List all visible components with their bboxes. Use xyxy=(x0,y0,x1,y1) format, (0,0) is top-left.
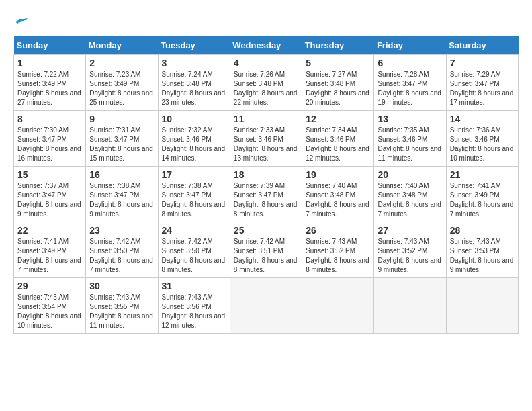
day-info: Sunrise: 7:40 AM Sunset: 3:48 PM Dayligh… xyxy=(306,181,370,219)
calendar-cell: 29 Sunrise: 7:43 AM Sunset: 3:54 PM Dayl… xyxy=(14,278,86,334)
calendar-cell: 21 Sunrise: 7:41 AM Sunset: 3:49 PM Dayl… xyxy=(446,167,518,222)
day-number: 2 xyxy=(89,58,154,68)
logo-text xyxy=(13,13,30,30)
calendar-cell xyxy=(302,278,374,334)
calendar-cell: 15 Sunrise: 7:37 AM Sunset: 3:47 PM Dayl… xyxy=(14,167,86,222)
day-number: 19 xyxy=(306,169,370,180)
calendar-cell: 1 Sunrise: 7:22 AM Sunset: 3:49 PM Dayli… xyxy=(14,55,86,111)
calendar-cell: 9 Sunrise: 7:31 AM Sunset: 3:47 PM Dayli… xyxy=(86,111,158,167)
calendar-cell: 6 Sunrise: 7:28 AM Sunset: 3:47 PM Dayli… xyxy=(374,55,446,111)
day-info: Sunrise: 7:24 AM Sunset: 3:48 PM Dayligh… xyxy=(162,70,226,107)
day-number: 26 xyxy=(306,225,370,236)
calendar-cell: 30 Sunrise: 7:43 AM Sunset: 3:55 PM Dayl… xyxy=(86,278,158,334)
day-number: 13 xyxy=(378,113,442,124)
day-number: 31 xyxy=(162,281,226,291)
calendar-cell xyxy=(374,278,446,334)
calendar-cell: 14 Sunrise: 7:36 AM Sunset: 3:46 PM Dayl… xyxy=(446,111,518,167)
calendar-cell: 8 Sunrise: 7:30 AM Sunset: 3:47 PM Dayli… xyxy=(14,111,86,167)
day-number: 27 xyxy=(378,225,442,236)
day-number: 1 xyxy=(17,58,82,68)
day-number: 5 xyxy=(306,58,370,68)
calendar-cell: 23 Sunrise: 7:42 AM Sunset: 3:50 PM Dayl… xyxy=(86,222,158,278)
day-info: Sunrise: 7:34 AM Sunset: 3:46 PM Dayligh… xyxy=(306,126,370,163)
day-info: Sunrise: 7:36 AM Sunset: 3:46 PM Dayligh… xyxy=(450,126,515,163)
day-number: 9 xyxy=(89,113,154,124)
day-of-week-friday: Friday xyxy=(374,36,446,55)
day-number: 22 xyxy=(17,225,82,236)
day-info: Sunrise: 7:33 AM Sunset: 3:46 PM Dayligh… xyxy=(234,126,298,163)
day-of-week-monday: Monday xyxy=(86,36,158,55)
calendar-cell xyxy=(230,278,302,334)
logo xyxy=(13,13,30,30)
calendar-cell: 10 Sunrise: 7:32 AM Sunset: 3:46 PM Dayl… xyxy=(158,111,230,167)
day-number: 23 xyxy=(89,225,154,236)
day-number: 20 xyxy=(378,169,442,180)
day-info: Sunrise: 7:43 AM Sunset: 3:52 PM Dayligh… xyxy=(306,237,370,275)
day-info: Sunrise: 7:26 AM Sunset: 3:48 PM Dayligh… xyxy=(234,70,298,107)
day-number: 11 xyxy=(234,113,298,124)
day-info: Sunrise: 7:29 AM Sunset: 3:47 PM Dayligh… xyxy=(450,70,515,107)
calendar-cell: 3 Sunrise: 7:24 AM Sunset: 3:48 PM Dayli… xyxy=(158,55,230,111)
day-number: 21 xyxy=(450,169,515,180)
day-info: Sunrise: 7:43 AM Sunset: 3:55 PM Dayligh… xyxy=(89,293,154,330)
calendar-cell: 17 Sunrise: 7:38 AM Sunset: 3:47 PM Dayl… xyxy=(158,167,230,222)
day-number: 8 xyxy=(17,113,82,124)
calendar-cell: 28 Sunrise: 7:43 AM Sunset: 3:53 PM Dayl… xyxy=(446,222,518,278)
day-info: Sunrise: 7:38 AM Sunset: 3:47 PM Dayligh… xyxy=(162,181,226,219)
calendar-cell: 11 Sunrise: 7:33 AM Sunset: 3:46 PM Dayl… xyxy=(230,111,302,167)
day-info: Sunrise: 7:43 AM Sunset: 3:53 PM Dayligh… xyxy=(450,237,515,275)
day-info: Sunrise: 7:42 AM Sunset: 3:51 PM Dayligh… xyxy=(234,237,298,275)
day-info: Sunrise: 7:40 AM Sunset: 3:48 PM Dayligh… xyxy=(378,181,442,219)
day-number: 28 xyxy=(450,225,515,236)
day-info: Sunrise: 7:37 AM Sunset: 3:47 PM Dayligh… xyxy=(17,181,82,219)
day-number: 17 xyxy=(162,169,226,180)
day-number: 18 xyxy=(234,169,298,180)
calendar-cell: 5 Sunrise: 7:27 AM Sunset: 3:48 PM Dayli… xyxy=(302,55,374,111)
day-info: Sunrise: 7:23 AM Sunset: 3:49 PM Dayligh… xyxy=(89,70,154,107)
day-of-week-sunday: Sunday xyxy=(14,36,86,55)
day-info: Sunrise: 7:41 AM Sunset: 3:49 PM Dayligh… xyxy=(450,181,515,219)
calendar-cell: 7 Sunrise: 7:29 AM Sunset: 3:47 PM Dayli… xyxy=(446,55,518,111)
page-header xyxy=(13,13,519,30)
calendar-week-1: 8 Sunrise: 7:30 AM Sunset: 3:47 PM Dayli… xyxy=(14,111,519,167)
calendar-cell: 26 Sunrise: 7:43 AM Sunset: 3:52 PM Dayl… xyxy=(302,222,374,278)
calendar-cell: 22 Sunrise: 7:41 AM Sunset: 3:49 PM Dayl… xyxy=(14,222,86,278)
calendar-cell: 27 Sunrise: 7:43 AM Sunset: 3:52 PM Dayl… xyxy=(374,222,446,278)
day-number: 15 xyxy=(17,169,82,180)
calendar-cell: 25 Sunrise: 7:42 AM Sunset: 3:51 PM Dayl… xyxy=(230,222,302,278)
day-number: 12 xyxy=(306,113,370,124)
day-of-week-tuesday: Tuesday xyxy=(158,36,230,55)
day-info: Sunrise: 7:42 AM Sunset: 3:50 PM Dayligh… xyxy=(89,237,154,275)
calendar-week-3: 22 Sunrise: 7:41 AM Sunset: 3:49 PM Dayl… xyxy=(14,222,519,278)
calendar-cell: 18 Sunrise: 7:39 AM Sunset: 3:47 PM Dayl… xyxy=(230,167,302,222)
day-number: 4 xyxy=(234,58,298,68)
day-info: Sunrise: 7:32 AM Sunset: 3:46 PM Dayligh… xyxy=(162,126,226,163)
day-of-week-saturday: Saturday xyxy=(446,36,518,55)
day-number: 25 xyxy=(234,225,298,236)
day-number: 24 xyxy=(162,225,226,236)
day-number: 29 xyxy=(17,281,82,291)
calendar-cell xyxy=(446,278,518,334)
calendar-cell: 24 Sunrise: 7:42 AM Sunset: 3:50 PM Dayl… xyxy=(158,222,230,278)
day-info: Sunrise: 7:28 AM Sunset: 3:47 PM Dayligh… xyxy=(378,70,442,107)
day-info: Sunrise: 7:43 AM Sunset: 3:56 PM Dayligh… xyxy=(162,293,226,330)
day-number: 6 xyxy=(378,58,442,68)
day-info: Sunrise: 7:43 AM Sunset: 3:52 PM Dayligh… xyxy=(378,237,442,275)
day-info: Sunrise: 7:27 AM Sunset: 3:48 PM Dayligh… xyxy=(306,70,370,107)
calendar-week-4: 29 Sunrise: 7:43 AM Sunset: 3:54 PM Dayl… xyxy=(14,278,519,334)
calendar-table: SundayMondayTuesdayWednesdayThursdayFrid… xyxy=(13,36,519,334)
day-number: 30 xyxy=(89,281,154,291)
day-info: Sunrise: 7:30 AM Sunset: 3:47 PM Dayligh… xyxy=(17,126,82,163)
calendar-week-2: 15 Sunrise: 7:37 AM Sunset: 3:47 PM Dayl… xyxy=(14,167,519,222)
day-info: Sunrise: 7:35 AM Sunset: 3:46 PM Dayligh… xyxy=(378,126,442,163)
bird-icon xyxy=(15,17,30,28)
calendar-cell: 20 Sunrise: 7:40 AM Sunset: 3:48 PM Dayl… xyxy=(374,167,446,222)
day-info: Sunrise: 7:38 AM Sunset: 3:47 PM Dayligh… xyxy=(89,181,154,219)
day-info: Sunrise: 7:31 AM Sunset: 3:47 PM Dayligh… xyxy=(89,126,154,163)
day-info: Sunrise: 7:42 AM Sunset: 3:50 PM Dayligh… xyxy=(162,237,226,275)
day-info: Sunrise: 7:22 AM Sunset: 3:49 PM Dayligh… xyxy=(17,70,82,107)
calendar-cell: 2 Sunrise: 7:23 AM Sunset: 3:49 PM Dayli… xyxy=(86,55,158,111)
day-number: 16 xyxy=(89,169,154,180)
calendar-cell: 4 Sunrise: 7:26 AM Sunset: 3:48 PM Dayli… xyxy=(230,55,302,111)
day-info: Sunrise: 7:41 AM Sunset: 3:49 PM Dayligh… xyxy=(17,237,82,275)
